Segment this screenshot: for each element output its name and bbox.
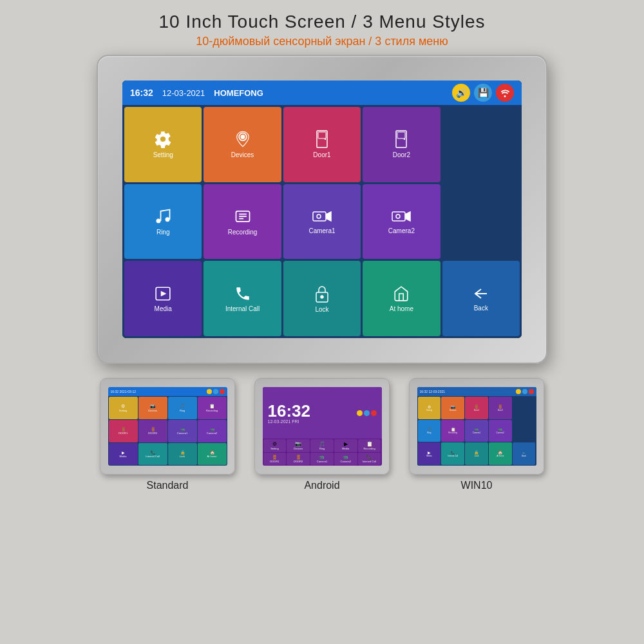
menu-internal-call[interactable]: Internal Call (204, 261, 281, 336)
w10-home[interactable]: 🏠At home (489, 442, 512, 465)
svg-point-21 (321, 296, 323, 298)
lock-label: Lock (315, 306, 328, 313)
menu-empty1 (442, 107, 520, 182)
android-grid: ⚙Setting 📷Devices 🎵Ring ▶Media 📋Recordin… (263, 439, 382, 466)
android-label: Android (304, 480, 339, 491)
android-top: 16:32 12-03-2021 FRI (263, 387, 382, 439)
wifi-icon[interactable] (496, 84, 514, 102)
std-camera2[interactable]: 📹Camera2 (198, 420, 227, 442)
android-icon2 (364, 410, 370, 416)
w10-back[interactable]: ←Back (513, 442, 536, 465)
volume-icon[interactable]: 🔊 (452, 84, 470, 102)
camera2-label: Camera2 (388, 227, 415, 234)
menu-back[interactable]: Back (442, 261, 520, 336)
android-screen: 16:32 12-03-2021 FRI ⚙Setting 📷Devices (263, 387, 382, 466)
std-recording[interactable]: 📋Recording (198, 397, 227, 419)
thumb-win10: 16:32 12-03-2021 ⚙Setting 📷Devices 🚪Door… (409, 378, 544, 491)
win10-screen: 16:32 12-03-2021 ⚙Setting 📷Devices 🚪Door… (417, 387, 536, 466)
standard-status-bar: 16:32 2021-03-12 (108, 387, 227, 396)
ring-label: Ring (156, 229, 170, 236)
and-icall[interactable]: 📞Internal Call (358, 453, 381, 465)
w10-cam1[interactable]: 📹Camera1 (465, 420, 488, 442)
at-home-label: At home (390, 305, 413, 312)
android-icon-row (357, 410, 377, 416)
menu-lock[interactable]: Lock (283, 261, 361, 336)
and-ring[interactable]: 🎵Ring (310, 439, 334, 452)
win10-icon2 (522, 389, 527, 394)
svg-rect-3 (318, 132, 326, 138)
menu-grid: Setting Devices Door1 (122, 105, 522, 338)
menu-empty2 (442, 184, 520, 260)
w10-door2[interactable]: 🚪Door2 (489, 397, 512, 419)
w10-setting[interactable]: ⚙Setting (418, 397, 441, 419)
and-door2[interactable]: 🚪DOOR2 (287, 453, 310, 465)
std-media[interactable]: ▶Media (109, 443, 138, 465)
setting-label: Setting (153, 151, 173, 158)
std-ring[interactable]: 🎵Ring (168, 397, 197, 419)
svg-marker-19 (161, 290, 167, 296)
w10-lock[interactable]: 🔒Lock (465, 442, 488, 465)
win10-status: 16:32 12-03-2021 (417, 387, 536, 396)
std-lock[interactable]: 🔒Lock (168, 443, 197, 465)
svg-point-0 (240, 135, 245, 139)
menu-at-home[interactable]: At home (363, 261, 440, 336)
std-devices[interactable]: 📷Devices (138, 397, 167, 419)
standard-grid: ⚙Setting 📷Devices 🎵Ring 📋Recording 🚪DOOR… (108, 396, 227, 466)
android-device: 16:32 12-03-2021 FRI ⚙Setting 📷Devices (254, 378, 390, 475)
std-home[interactable]: 🏠At home (198, 443, 227, 465)
menu-door1[interactable]: Door1 (283, 107, 361, 182)
devices-label: Devices (231, 151, 254, 158)
std-icon-2 (213, 389, 218, 394)
w10-devices[interactable]: 📷Devices (441, 397, 464, 419)
std-setting[interactable]: ⚙Setting (109, 397, 138, 419)
w10-door1[interactable]: 🚪Door1 (465, 397, 488, 419)
and-devices[interactable]: 📷Devices (287, 439, 310, 452)
w10-recording[interactable]: 📋Recording (441, 420, 464, 442)
w10-ring[interactable]: 🎵Ring (418, 420, 441, 442)
main-screen: 16:32 12-03-2021 HOMEFONG 🔊 💾 Settin (122, 80, 522, 338)
svg-point-15 (317, 214, 321, 218)
win10-icon3 (529, 389, 534, 394)
standard-device: 16:32 2021-03-12 ⚙Setting 📷Devices 🎵Ring… (100, 378, 235, 475)
svg-point-7 (404, 138, 405, 140)
and-cam2[interactable]: 📹Camera2 (334, 453, 357, 465)
menu-camera1[interactable]: Camera1 (283, 184, 361, 260)
and-setting[interactable]: ⚙Setting (263, 439, 287, 452)
and-door1[interactable]: 🚪DOOR1 (263, 453, 287, 465)
w10-empty2 (513, 420, 536, 442)
menu-recording[interactable]: Recording (204, 184, 281, 260)
std-door2[interactable]: 🚪DOOR2 (138, 420, 167, 442)
standard-icons (207, 389, 225, 394)
menu-media[interactable]: Media (124, 261, 202, 336)
back-label: Back (474, 305, 488, 312)
std-icall[interactable]: 📞Internal Call (138, 443, 167, 465)
svg-point-4 (325, 138, 326, 140)
and-media[interactable]: ▶Media (334, 439, 357, 452)
w10-media[interactable]: ▶Media (418, 442, 441, 465)
win10-label: WIN10 (461, 480, 493, 491)
door1-label: Door1 (313, 151, 330, 158)
and-recording[interactable]: 📋Recording (358, 439, 381, 452)
std-icon-3 (220, 389, 225, 394)
menu-camera2[interactable]: Camera2 (363, 184, 440, 260)
std-door1[interactable]: 🚪DOOR1 (109, 420, 138, 442)
status-brand: HOMEFONG (214, 88, 452, 98)
and-cam1[interactable]: 📹Camera1 (310, 453, 334, 465)
std-camera1[interactable]: 📹Camera1 (168, 420, 197, 442)
svg-rect-14 (313, 212, 326, 221)
save-icon[interactable]: 💾 (474, 84, 492, 102)
menu-devices[interactable]: Devices (204, 107, 281, 182)
w10-cam2[interactable]: 📹Camera2 (489, 420, 512, 442)
menu-ring[interactable]: Ring (124, 184, 202, 260)
header-title: 10 Inch Touch Screen / 3 Menu Styles (158, 12, 485, 32)
android-time: 16:32 (268, 402, 311, 419)
android-date: 12-03-2021 FRI (268, 419, 311, 424)
w10-icall[interactable]: 📞Internal Call (441, 442, 464, 465)
status-date: 12-03-2021 (162, 88, 205, 98)
header-subtitle: 10-дюймовый сенсорный экран / 3 стиля ме… (158, 35, 485, 48)
main-device: 16:32 12-03-2021 HOMEFONG 🔊 💾 Settin (97, 55, 547, 364)
menu-setting[interactable]: Setting (124, 107, 202, 182)
standard-time: 16:32 2021-03-12 (111, 390, 207, 393)
menu-door2[interactable]: Door2 (363, 107, 440, 182)
win10-grid: ⚙Setting 📷Devices 🚪Door1 🚪Door2 🎵Ring 📋R… (417, 396, 536, 466)
